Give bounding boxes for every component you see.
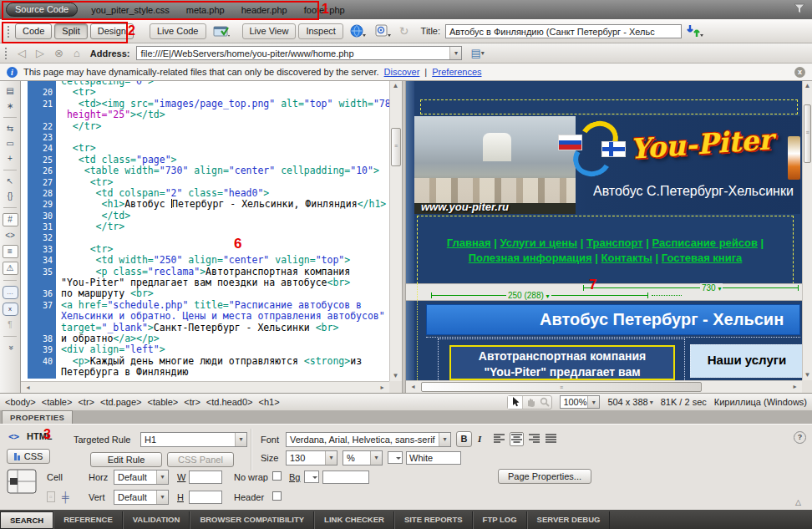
select-tool-icon[interactable] xyxy=(508,396,523,409)
design-horizontal-scrollbar[interactable]: ◂ ≡ ▸ xyxy=(406,380,802,393)
code-view-pane[interactable]: cellspacing="0">20 <tr>21 <td><img src="… xyxy=(21,81,402,393)
format-source-code-icon[interactable]: ¶ xyxy=(3,319,18,331)
preferences-link[interactable]: Preferences xyxy=(432,67,481,77)
scroll-up-icon[interactable]: ▲ xyxy=(802,81,812,91)
page-properties-button[interactable]: Page Properties... xyxy=(498,469,591,484)
result-tab[interactable]: LINK CHECKER xyxy=(314,511,394,529)
code-text[interactable]: <tr> xyxy=(56,177,113,188)
properties-tab[interactable]: PROPERTIES xyxy=(2,410,73,424)
edit-rule-button[interactable]: Edit Rule xyxy=(90,452,162,467)
size-select[interactable]: 130 ▾ xyxy=(286,450,337,465)
code-text[interactable]: и обратно</a></p> xyxy=(56,333,160,344)
code-text[interactable]: <table width="730" align="center" cellpa… xyxy=(56,165,379,176)
collapse-selection-icon[interactable]: ▭ xyxy=(3,138,18,150)
tag-selector-item[interactable]: <td.head0> xyxy=(206,397,253,407)
code-text[interactable]: <a href="schedule.php" title="Расписание… xyxy=(56,300,362,311)
code-text[interactable]: height="25"></td> xyxy=(56,109,165,120)
scroll-down-icon[interactable]: ▼ xyxy=(802,370,812,380)
code-text[interactable]: </td> xyxy=(56,211,130,221)
design-nav-link[interactable]: Главная xyxy=(447,237,491,249)
design-nav-link[interactable]: Услуги и цены xyxy=(500,237,578,249)
outer-width-label[interactable]: 730 ▾ xyxy=(700,283,723,292)
live-view-button[interactable]: Live View xyxy=(242,23,297,39)
apply-comment-icon[interactable]: … xyxy=(3,286,18,299)
italic-button[interactable]: I xyxy=(478,434,481,444)
address-value[interactable]: file:///E|/WebServers/home/you-piter/www… xyxy=(137,48,449,58)
tag-selector-item[interactable]: <h1> xyxy=(259,397,280,407)
related-file-tab[interactable]: header.php xyxy=(241,5,287,15)
code-navigator-icon[interactable]: ∗ xyxy=(3,100,18,112)
bg-color-input[interactable] xyxy=(322,471,369,484)
scroll-down-icon[interactable]: ▼ xyxy=(390,371,401,381)
highlight-invalid-code-icon[interactable]: <> xyxy=(3,230,18,242)
code-text[interactable]: <tr> xyxy=(56,143,96,154)
result-tab[interactable]: SITE REPORTS xyxy=(394,511,473,529)
scroll-up-icon[interactable]: ▲ xyxy=(390,81,401,91)
css-panel-button[interactable]: CSS Panel xyxy=(167,452,234,467)
code-text[interactable] xyxy=(56,232,61,243)
targeted-rule-select[interactable]: H1 ▾ xyxy=(140,432,247,447)
vert-select[interactable]: Default ▾ xyxy=(114,490,169,505)
tag-selector-item[interactable]: <td.page> xyxy=(100,397,142,407)
result-tab[interactable]: REFERENCE xyxy=(53,511,123,529)
inner-width-label[interactable]: 250 (288) ▾ xyxy=(506,291,551,300)
design-nav-link[interactable]: Полезная информация xyxy=(469,252,592,264)
code-text[interactable]: <tr> xyxy=(56,244,113,255)
text-color-swatch[interactable] xyxy=(388,451,403,464)
code-lines[interactable]: cellspacing="0">20 <tr>21 <td><img src="… xyxy=(21,81,389,381)
code-text[interactable] xyxy=(56,132,61,143)
dropdown-arrow-icon[interactable]: ▾ xyxy=(156,491,168,504)
align-left-icon[interactable] xyxy=(493,433,505,445)
merge-cells-icon[interactable]: ▫ xyxy=(47,491,55,502)
result-tab[interactable]: BROWSER COMPATIBILITY xyxy=(190,511,314,529)
dropdown-arrow-icon[interactable]: ▾ xyxy=(439,433,450,446)
size-unit-select[interactable]: % ▾ xyxy=(343,450,383,465)
tag-selector-item[interactable]: <table> xyxy=(148,397,179,407)
horz-select[interactable]: Default ▾ xyxy=(114,470,169,485)
code-text[interactable]: Петербурга в Финляндию xyxy=(56,367,188,378)
live-code-button[interactable]: Live Code xyxy=(150,23,206,39)
dropdown-arrow-icon[interactable]: ▾ xyxy=(370,451,382,465)
text-color-input[interactable]: White xyxy=(406,451,461,465)
result-tab[interactable]: SEARCH xyxy=(0,511,53,529)
inspect-button[interactable]: Inspect xyxy=(298,23,343,39)
result-tab[interactable]: FTP LOG xyxy=(473,511,527,529)
home-icon[interactable]: ⌂ xyxy=(74,47,80,59)
code-text[interactable]: Хельсинки и обратно. Цены и места отправ… xyxy=(56,311,385,322)
forward-icon[interactable]: ▷ xyxy=(36,47,44,59)
code-vertical-scrollbar[interactable]: ▲ ≡ ▼ xyxy=(389,81,402,381)
code-text[interactable]: <td colspan="2" class="head0"> xyxy=(56,188,269,199)
scroll-left-icon[interactable]: ◂ xyxy=(23,383,33,393)
design-nav-link[interactable]: Контакты xyxy=(601,252,652,264)
design-nav-link[interactable]: Транспорт xyxy=(586,237,643,249)
preview-in-browser-icon[interactable] xyxy=(350,24,367,38)
scroll-thumb[interactable]: ≡ xyxy=(804,104,811,163)
code-horizontal-scrollbar[interactable]: ◂ ▸ xyxy=(21,381,389,393)
table-width-bar[interactable]: 730 ▾ 250 (288) ▾ xyxy=(406,283,802,301)
window-size-select[interactable]: 504 x 388 ▾ xyxy=(607,397,652,407)
no-wrap-checkbox[interactable] xyxy=(272,471,282,481)
bold-button[interactable]: B xyxy=(456,431,472,447)
code-text[interactable]: <tr> xyxy=(56,87,96,98)
addressbar-grip[interactable] xyxy=(4,47,8,59)
design-nav-link[interactable]: Гостевая книга xyxy=(662,252,743,264)
design-vertical-scrollbar[interactable]: ▲ ≡ ▼ xyxy=(802,81,812,380)
scroll-right-icon[interactable]: ▸ xyxy=(789,382,800,392)
validate-markup-icon[interactable] xyxy=(375,24,392,38)
collapse-full-tag-icon[interactable]: ⇆ xyxy=(3,123,18,135)
tag-selector-item[interactable]: <table> xyxy=(42,397,73,407)
address-input[interactable]: file:///E|/WebServers/home/you-piter/www… xyxy=(136,46,462,60)
title-input[interactable]: Автобус в Финляндию (Санкт Петербург - Х… xyxy=(445,24,682,38)
tag-selector-item[interactable]: <tr> xyxy=(78,397,94,407)
align-center-icon[interactable] xyxy=(510,432,524,446)
code-text[interactable]: <td class="page"> xyxy=(56,155,177,165)
css-mode-button[interactable]: CSS xyxy=(7,449,50,464)
header-checkbox[interactable] xyxy=(272,491,282,501)
code-text[interactable]: </tr> xyxy=(56,121,101,132)
syntax-error-alerts-icon[interactable]: ⚠ xyxy=(3,262,18,275)
address-dropdown-icon[interactable]: ▾ xyxy=(449,47,461,59)
back-icon[interactable]: ◁ xyxy=(18,47,26,59)
code-text[interactable]: "You-Piter" предлагает вам поездки на ав… xyxy=(56,277,350,288)
word-wrap-icon[interactable]: ≡ xyxy=(3,245,18,258)
scroll-thumb[interactable]: ≡ xyxy=(391,128,401,166)
